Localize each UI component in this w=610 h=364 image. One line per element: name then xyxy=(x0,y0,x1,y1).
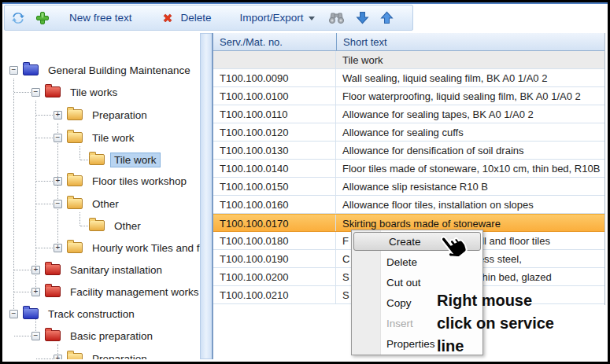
folder-icon xyxy=(89,220,105,231)
column-header-short-text[interactable]: Short text xyxy=(336,33,604,50)
tree-item-floor-tiles-workshop[interactable]: Floor tiles workshop xyxy=(54,172,190,189)
collapse-toggle-icon[interactable] xyxy=(54,134,62,142)
table-header: Serv./Mat. no. Short text xyxy=(213,33,604,51)
cell-short-text: Allowance slip resistance R10 B xyxy=(336,178,604,195)
cell-short-text: Floor waterproofing, liquid sealing film… xyxy=(336,87,604,105)
add-icon[interactable] xyxy=(35,11,50,25)
new-free-text-button[interactable]: New free text xyxy=(69,12,132,24)
cell-short-text: Allowance for sealing cuffs xyxy=(336,123,604,141)
table-row[interactable]: T100.100.0130 Allowance for densificatio… xyxy=(213,142,604,160)
tree-item-label[interactable]: Floor tiles workshop xyxy=(88,174,190,189)
tree-item-label-selected[interactable]: Tile work xyxy=(110,153,161,167)
folder-icon xyxy=(67,353,83,359)
move-down-icon[interactable] xyxy=(356,11,369,24)
annotation-line: line xyxy=(437,335,554,358)
cell-serv-no: T100.100.0090 xyxy=(213,69,336,86)
collapse-toggle-icon[interactable] xyxy=(9,66,18,75)
table-row-group[interactable]: Tile work xyxy=(213,51,604,69)
tree-item-label[interactable]: Basic preparation xyxy=(66,329,157,344)
cell-serv-no: T100.100.0210 xyxy=(213,286,336,303)
tree-item-tile-work-selected[interactable]: Tile work xyxy=(89,151,161,168)
folder-icon xyxy=(45,264,61,275)
tree-item-label[interactable]: Track construction xyxy=(44,307,139,322)
table-row[interactable]: T100.100.0150 Allowance slip resistance … xyxy=(213,178,604,196)
annotation-line: Right mouse xyxy=(437,289,554,312)
cell-serv-no: T100.100.0180 xyxy=(213,232,336,249)
tree-item-label[interactable]: Other xyxy=(88,197,123,211)
tree-item-label[interactable]: Tile work xyxy=(88,131,139,145)
column-header-serv-mat-no[interactable]: Serv./Mat. no. xyxy=(213,33,336,50)
folder-icon xyxy=(45,330,61,341)
table-row[interactable]: T100.100.0110 Allowance for sealing tape… xyxy=(213,105,604,123)
table-row[interactable]: T100.100.0090 Wall sealing, liquid seali… xyxy=(213,69,604,87)
table-row[interactable]: T100.100.0120 Allowance for sealing cuff… xyxy=(213,123,604,142)
tree-item-other[interactable]: Other xyxy=(54,195,123,212)
table-row[interactable]: T100.100.0140 Floor tiles made of stonew… xyxy=(213,160,604,178)
cell-serv-no: T100.100.0190 xyxy=(213,250,336,267)
tree-item-tile-work[interactable]: Tile work xyxy=(54,129,139,146)
tree-item-label[interactable]: General Building Maintenance xyxy=(44,63,194,78)
tree-item-basic-preparation[interactable]: Basic preparation xyxy=(31,327,157,344)
expand-toggle-icon[interactable] xyxy=(54,111,62,119)
tree-item-track-construction[interactable]: Track construction xyxy=(9,305,139,322)
folder-icon xyxy=(23,308,39,319)
folder-icon xyxy=(67,109,83,120)
move-up-icon[interactable] xyxy=(380,11,394,24)
collapse-toggle-icon[interactable] xyxy=(31,88,40,97)
tree-scrollbar[interactable] xyxy=(200,33,213,359)
folder-icon xyxy=(45,286,61,297)
tree-item-label[interactable]: Preparation xyxy=(88,351,151,360)
cell-short-text: Tile work xyxy=(336,51,604,68)
table-right-border xyxy=(604,33,605,305)
tree-item-tile-works[interactable]: Tile works xyxy=(31,83,121,101)
collapse-toggle-icon[interactable] xyxy=(9,310,18,318)
tree-item-label[interactable]: Tile works xyxy=(66,85,121,100)
tree-item-facility-management[interactable]: Facility management works xyxy=(31,283,200,300)
tree-item-label[interactable]: Preparation xyxy=(88,108,151,123)
tree-item-preparation[interactable]: Preparation xyxy=(54,106,151,123)
cell-serv-no: T100.100.0200 xyxy=(213,268,336,285)
import-export-button[interactable]: Import/Export xyxy=(240,12,304,24)
tree-connector xyxy=(79,146,80,160)
tree-item-hourly-work[interactable]: Hourly work Tiles and fine xyxy=(54,239,200,256)
tree-item-label[interactable]: Facility management works xyxy=(66,285,200,300)
folder-icon xyxy=(67,198,83,209)
tree-connector xyxy=(79,212,80,226)
table-row[interactable]: T100.100.0160 Allowance floor tiles, ins… xyxy=(213,196,604,214)
delete-button[interactable]: Delete xyxy=(181,12,212,24)
cell-serv-no: T100.100.0110 xyxy=(213,105,336,123)
expand-toggle-icon[interactable] xyxy=(54,244,62,252)
cell-serv-no: T100.100.0160 xyxy=(213,196,336,213)
refresh-icon[interactable] xyxy=(11,11,25,25)
delete-icon[interactable] xyxy=(161,11,175,25)
collapse-toggle-icon[interactable] xyxy=(31,332,40,340)
table-row[interactable]: T100.100.0100 Floor waterproofing, liqui… xyxy=(213,87,604,105)
cell-serv-no xyxy=(213,51,336,68)
cell-serv-no: T100.100.0140 xyxy=(213,160,336,177)
tree-item-sanitary-installation[interactable]: Sanitary installation xyxy=(31,261,166,278)
tree-item-other-child[interactable]: Other xyxy=(89,217,145,234)
expand-toggle-icon[interactable] xyxy=(54,355,62,360)
chevron-down-icon[interactable] xyxy=(308,15,316,21)
tree-item-preparation-2[interactable]: Preparation xyxy=(54,350,151,359)
tree-connector xyxy=(13,79,14,314)
annotation-text: Right mouse click on service line xyxy=(437,289,554,358)
tree-item-label[interactable]: Other xyxy=(110,219,145,233)
cell-serv-no: T100.100.0100 xyxy=(213,87,336,105)
app-window: New free text Delete Import/Export xyxy=(0,0,610,364)
cell-serv-no: T100.100.0170 xyxy=(213,215,336,231)
hand-cursor-icon xyxy=(435,227,471,265)
folder-icon xyxy=(67,175,83,186)
tree-item-label[interactable]: Sanitary installation xyxy=(66,263,166,278)
folder-icon xyxy=(67,242,83,253)
collapse-toggle-icon[interactable] xyxy=(54,200,62,208)
expand-toggle-icon[interactable] xyxy=(54,177,62,186)
cell-serv-no: T100.100.0150 xyxy=(213,178,336,195)
expand-toggle-icon[interactable] xyxy=(31,288,40,296)
cell-serv-no: T100.100.0120 xyxy=(213,123,336,141)
cell-short-text: Allowance floor tiles, installation on s… xyxy=(336,196,604,213)
tree-item-label[interactable]: Hourly work Tiles and fine xyxy=(88,241,200,256)
tree-item-general-building-maintenance[interactable]: General Building Maintenance xyxy=(9,61,194,79)
annotation-line: click on service xyxy=(437,312,554,335)
expand-toggle-icon[interactable] xyxy=(31,266,40,274)
